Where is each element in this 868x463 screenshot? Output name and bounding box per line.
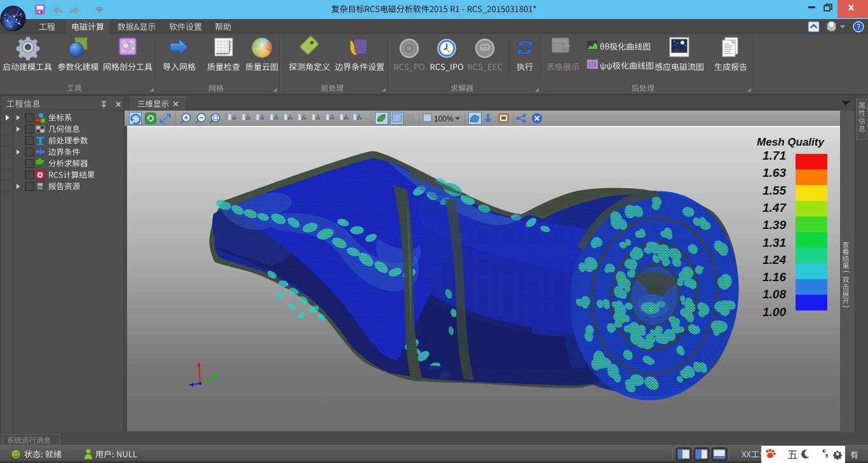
svg-text:1.71: 1.71 [763, 149, 786, 162]
svg-text:1.08: 1.08 [763, 287, 786, 301]
svg-text:y: y [261, 113, 263, 117]
svg-text:y: y [303, 113, 305, 117]
svg-text:1.16: 1.16 [763, 270, 786, 284]
svg-text:100%: 100% [434, 114, 454, 123]
svg-text:y: y [345, 113, 347, 117]
svg-text:1.55: 1.55 [763, 184, 786, 197]
svg-text:y: y [317, 113, 319, 117]
svg-text:Mesh Quality: Mesh Quality [757, 136, 825, 148]
svg-text:1.63: 1.63 [763, 166, 786, 179]
svg-text:1.31: 1.31 [763, 236, 786, 249]
svg-text:1.47: 1.47 [763, 201, 787, 214]
svg-text:y: y [247, 113, 249, 117]
svg-text:y: y [358, 113, 360, 117]
svg-text:1.24: 1.24 [763, 253, 786, 266]
svg-text:1.39: 1.39 [763, 218, 786, 232]
svg-text:y: y [331, 113, 333, 117]
svg-text:y: y [289, 113, 291, 117]
svg-text:y: y [233, 113, 235, 117]
svg-text:1.00: 1.00 [763, 305, 786, 319]
svg-text:y: y [275, 113, 277, 117]
